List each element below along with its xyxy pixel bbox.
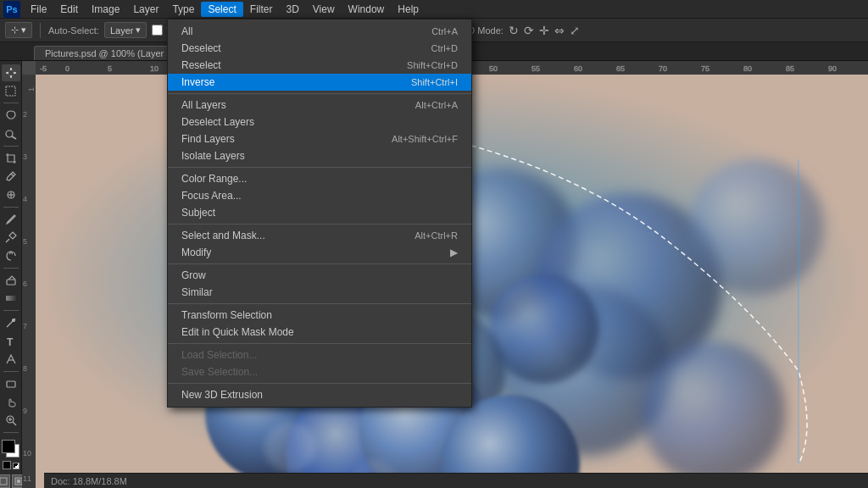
menu-item-inverse[interactable]: Inverse Shift+Ctrl+I: [168, 74, 471, 91]
svg-text:0: 0: [65, 64, 70, 73]
menu-item-focus-area[interactable]: Focus Area...: [168, 187, 471, 204]
menu-help[interactable]: Help: [391, 2, 426, 17]
rectangle-tool[interactable]: [2, 375, 20, 392]
tool-separator-6: [3, 371, 19, 372]
svg-rect-12: [6, 296, 16, 301]
menu-layer[interactable]: Layer: [126, 2, 165, 17]
menu-item-all-layers[interactable]: All Layers Alt+Ctrl+A: [168, 97, 471, 114]
crop-tool[interactable]: [2, 150, 20, 167]
svg-marker-1: [9, 75, 12, 78]
svg-text:-5: -5: [40, 64, 47, 73]
healing-brush-tool[interactable]: [2, 186, 20, 203]
swap-colors-icon[interactable]: [13, 463, 19, 469]
color-swatches[interactable]: [2, 440, 20, 457]
gradient-tool[interactable]: [2, 290, 20, 307]
menu-item-modify[interactable]: Modify ▶: [168, 244, 471, 261]
quick-select-tool[interactable]: [2, 125, 20, 142]
svg-text:70: 70: [659, 64, 667, 73]
svg-text:5: 5: [108, 64, 112, 73]
svg-rect-11: [7, 280, 15, 285]
tool-separator-4: [3, 268, 19, 269]
svg-point-65: [489, 274, 599, 384]
svg-text:85: 85: [786, 64, 794, 73]
status-text: Doc: 18.8M/18.8M: [51, 476, 127, 486]
svg-text:7: 7: [23, 322, 27, 330]
svg-text:50: 50: [489, 64, 498, 73]
menu-3d[interactable]: 3D: [279, 2, 305, 17]
menu-view[interactable]: View: [306, 2, 342, 17]
menu-item-load-selection[interactable]: Load Selection...: [168, 347, 471, 363]
menu-item-select-and-mask[interactable]: Select and Mask... Alt+Ctrl+R: [168, 227, 471, 244]
svg-text:55: 55: [531, 64, 540, 73]
menu-item-edit-quick-mask[interactable]: Edit in Quick Mask Mode: [168, 324, 471, 341]
zoom-tool[interactable]: [2, 413, 20, 430]
menu-select[interactable]: Select: [201, 2, 242, 17]
auto-select-dropdown[interactable]: Layer ▾: [104, 22, 147, 38]
toolbar: T: [0, 61, 22, 488]
menu-sep-1: [168, 93, 471, 94]
pen-tool[interactable]: [2, 314, 20, 331]
3d-rotate-icon[interactable]: ↻: [509, 24, 519, 37]
svg-text:1: 1: [27, 87, 36, 92]
type-tool[interactable]: T: [2, 333, 20, 350]
svg-point-13: [12, 319, 14, 321]
brush-tool[interactable]: [2, 211, 20, 228]
transform-controls-checkbox[interactable]: [152, 25, 163, 36]
svg-text:8: 8: [23, 364, 27, 373]
path-selection-tool[interactable]: [2, 352, 20, 369]
move-tool-options[interactable]: ⊹ ▾: [5, 22, 32, 38]
lasso-tool[interactable]: [2, 107, 20, 124]
svg-text:11: 11: [23, 474, 31, 483]
tool-separator-3: [3, 207, 19, 208]
rectangular-marquee-tool[interactable]: [2, 83, 20, 100]
3d-roll-icon[interactable]: ⟳: [524, 24, 534, 37]
menu-item-reselect[interactable]: Reselect Shift+Ctrl+D: [168, 57, 471, 74]
menu-item-transform-selection[interactable]: Transform Selection: [168, 307, 471, 324]
svg-text:6: 6: [23, 280, 27, 288]
hand-tool[interactable]: [2, 394, 20, 411]
history-brush-tool[interactable]: [2, 247, 20, 264]
svg-text:3: 3: [23, 152, 27, 161]
svg-text:9: 9: [23, 407, 27, 415]
menu-type[interactable]: Type: [165, 2, 201, 17]
menu-filter[interactable]: Filter: [243, 2, 280, 17]
menu-item-save-selection[interactable]: Save Selection...: [168, 363, 471, 380]
svg-text:80: 80: [743, 64, 752, 73]
eraser-tool[interactable]: [2, 272, 20, 289]
menu-item-deselect[interactable]: Deselect Ctrl+D: [168, 40, 471, 57]
svg-marker-2: [6, 71, 8, 74]
menu-window[interactable]: Window: [342, 2, 392, 17]
3d-scale-icon[interactable]: ⤢: [570, 24, 580, 37]
menu-sep-3: [168, 224, 471, 225]
menu-item-deselect-layers[interactable]: Deselect Layers: [168, 114, 471, 130]
menu-item-subject[interactable]: Subject: [168, 204, 471, 221]
default-colors-icon[interactable]: [3, 461, 11, 469]
foreground-color-swatch[interactable]: [2, 440, 15, 453]
tool-separator-2: [3, 146, 19, 147]
tool-separator-7: [3, 432, 19, 433]
eyedropper-tool[interactable]: [2, 168, 20, 185]
menu-edit[interactable]: Edit: [53, 2, 85, 17]
menu-item-color-range[interactable]: Color Range...: [168, 170, 471, 187]
3d-pan-icon[interactable]: ✛: [539, 24, 549, 37]
menu-item-grow[interactable]: Grow: [168, 267, 471, 284]
menu-item-all[interactable]: All Ctrl+A: [168, 23, 471, 40]
menu-file[interactable]: File: [24, 2, 53, 17]
menu-item-new-3d-extrusion[interactable]: New 3D Extrusion: [168, 386, 471, 403]
svg-marker-0: [9, 68, 12, 70]
svg-marker-3: [14, 71, 16, 74]
separator-1: [40, 23, 41, 38]
3d-slide-icon[interactable]: ⇔: [554, 24, 565, 37]
menu-item-isolate-layers[interactable]: Isolate Layers: [168, 147, 471, 164]
menu-item-similar[interactable]: Similar: [168, 284, 471, 301]
menu-sep-5: [168, 303, 471, 304]
svg-text:75: 75: [701, 64, 709, 73]
auto-select-label: Auto-Select:: [48, 25, 99, 36]
move-label: ▾: [21, 25, 26, 36]
menu-item-find-layers[interactable]: Find Layers Alt+Shift+Ctrl+F: [168, 130, 471, 147]
menu-image[interactable]: Image: [85, 2, 126, 17]
clone-stamp-tool[interactable]: [2, 229, 20, 246]
move-tool[interactable]: [2, 64, 20, 81]
svg-rect-16: [7, 381, 15, 387]
standard-mode-icon[interactable]: [0, 474, 10, 488]
